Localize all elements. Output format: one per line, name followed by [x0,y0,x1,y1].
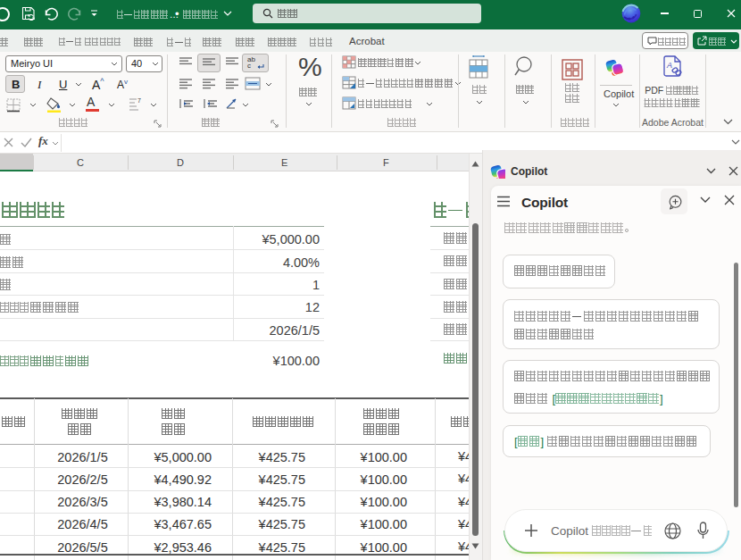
svg-text:A: A [666,61,672,70]
svg-text:7: 7 [137,97,141,104]
